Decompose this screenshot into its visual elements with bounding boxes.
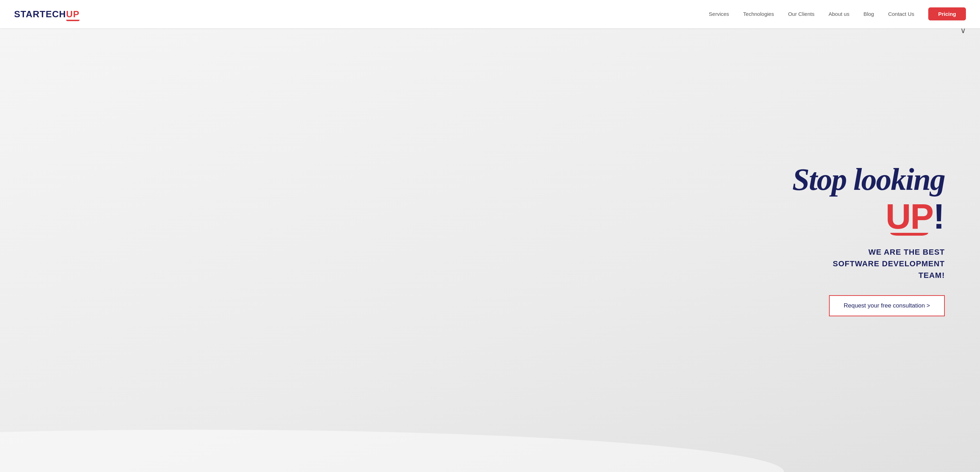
nav-link-services[interactable]: Services [709, 11, 729, 17]
nav-item-our-clients: Our Clients [788, 11, 815, 17]
nav-item-about-us: About us [829, 11, 850, 17]
hero-headline-script: Stop looking [792, 163, 945, 197]
nav-link-about-us[interactable]: About us [829, 11, 850, 17]
logo-up: UP [66, 9, 80, 20]
hero-content: Stop looking UP! WE ARE THE BEST SOFTWAR… [792, 163, 945, 316]
nav-link-technologies[interactable]: Technologies [743, 11, 774, 17]
hero-headline: Stop looking UP! [792, 163, 945, 236]
nav-link-blog[interactable]: Blog [864, 11, 874, 17]
nav-item-services: Services [709, 11, 729, 17]
hero-section: Stop looking UP! WE ARE THE BEST SOFTWAR… [0, 28, 980, 472]
hero-subtitle-line1: WE ARE THE BEST [869, 248, 945, 257]
chevron-down-icon: ∨ [960, 26, 966, 35]
hero-subtitle-line3: TEAM! [918, 271, 945, 280]
navbar: STARTECHUP Services Technologies Our Cli… [0, 0, 980, 28]
wave-decoration [0, 437, 980, 472]
nav-item-contact-us: Contact Us [888, 11, 914, 17]
hero-cta-button[interactable]: Request your free consultation > [829, 295, 945, 316]
nav-item-technologies: Technologies [743, 11, 774, 17]
hero-headline-exclaim: ! [933, 196, 945, 236]
nav-link-pricing[interactable]: Pricing [928, 7, 966, 21]
nav-item-pricing: Pricing [928, 11, 966, 17]
logo-startech: STARTECH [14, 9, 66, 20]
nav-links: Services Technologies Our Clients About … [709, 11, 966, 17]
hero-headline-up: UP [886, 197, 933, 236]
nav-link-our-clients[interactable]: Our Clients [788, 11, 815, 17]
logo[interactable]: STARTECHUP [14, 9, 80, 20]
nav-link-contact-us[interactable]: Contact Us [888, 11, 914, 17]
nav-item-blog: Blog [864, 11, 874, 17]
hero-subtitle-line2: SOFTWARE DEVELOPMENT [833, 259, 945, 268]
hero-subtitle: WE ARE THE BEST SOFTWARE DEVELOPMENT TEA… [792, 246, 945, 281]
